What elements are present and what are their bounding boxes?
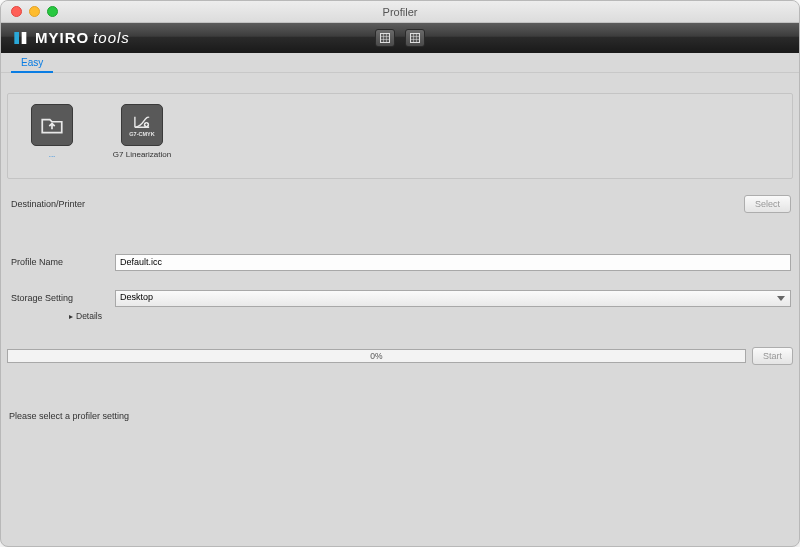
folder-up-icon: [31, 104, 73, 146]
status-message: Please select a profiler setting: [7, 411, 793, 421]
storage-select-value: Desktop: [120, 292, 153, 302]
grid-icon: [409, 32, 421, 44]
select-destination-button[interactable]: Select: [744, 195, 791, 213]
brand-text-light: tools: [93, 29, 130, 46]
tabs: Easy: [1, 53, 799, 73]
window-controls: [11, 6, 58, 17]
toolbar-button-2[interactable]: [405, 29, 425, 47]
toolbar-center: [375, 29, 425, 47]
progress-text: 0%: [370, 351, 382, 361]
profile-g7-caption: G7 Linearization: [113, 150, 171, 159]
brand-logo-icon: [13, 30, 29, 46]
progress-row: 0% Start: [7, 347, 793, 365]
svg-rect-1: [22, 32, 27, 44]
toolbar-button-1[interactable]: [375, 29, 395, 47]
profile-badge: G7-CMYK: [129, 131, 154, 137]
minimize-icon[interactable]: [29, 6, 40, 17]
profile-add-item[interactable]: ...: [22, 104, 82, 159]
profile-g7-item[interactable]: G7-CMYK G7 Linearization: [112, 104, 172, 159]
destination-section: Destination/Printer Select: [7, 193, 793, 215]
window-title: Profiler: [1, 6, 799, 18]
close-icon[interactable]: [11, 6, 22, 17]
destination-label: Destination/Printer: [9, 199, 115, 209]
svg-rect-0: [14, 32, 19, 44]
start-button[interactable]: Start: [752, 347, 793, 365]
toolbar: MYIRO tools: [1, 23, 799, 53]
brand: MYIRO tools: [1, 29, 130, 46]
storage-label: Storage Setting: [9, 293, 115, 303]
storage-section: Storage Setting Desktop Details: [7, 287, 793, 321]
storage-select[interactable]: Desktop: [115, 290, 791, 307]
profile-add-caption[interactable]: ...: [49, 150, 56, 159]
brand-text-bold: MYIRO: [35, 29, 89, 46]
profile-name-input[interactable]: [115, 254, 791, 271]
profile-name-label: Profile Name: [9, 257, 115, 267]
grid-icon: [379, 32, 391, 44]
profile-panel: ... G7-CMYK G7 Linearization: [7, 93, 793, 179]
profile-name-section: Profile Name: [7, 251, 793, 273]
svg-rect-2: [381, 33, 390, 42]
maximize-icon[interactable]: [47, 6, 58, 17]
curve-icon: G7-CMYK: [121, 104, 163, 146]
progress-bar: 0%: [7, 349, 746, 363]
tab-easy[interactable]: Easy: [11, 53, 53, 73]
content: ... G7-CMYK G7 Linearization Destina: [1, 73, 799, 546]
titlebar: Profiler: [1, 1, 799, 23]
svg-rect-7: [411, 33, 420, 42]
details-toggle[interactable]: Details: [9, 311, 791, 321]
app-window: Profiler MYIRO tools Easy: [0, 0, 800, 547]
